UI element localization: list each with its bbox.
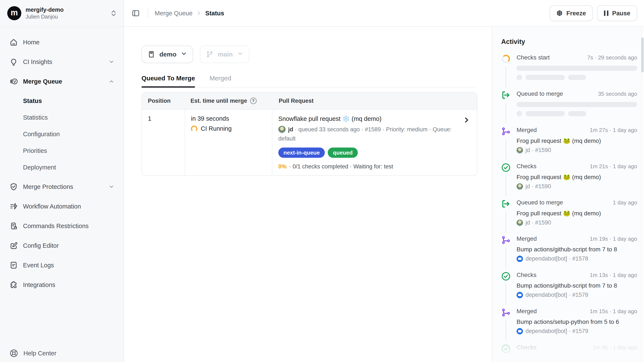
queued-to-merge-icon [501,90,510,100]
check-circle-icon [501,272,510,281]
activity-item-merged: Merged1m 19s · 1 day ago Bump actions/gi… [501,235,637,272]
chevron-down-icon [181,51,187,58]
branch-value: main [218,51,233,58]
sidebar-item-home[interactable]: Home [5,34,118,51]
sidebar-item-configuration[interactable]: Configuration [5,126,118,142]
sidebar-item-priorities[interactable]: Priorities [5,142,118,159]
activity-pr-title[interactable]: Frog pull request 🐸 (mq demo) [516,174,637,181]
sidebar-item-label: Merge Queue [23,78,104,85]
pull-request-meta-text: · queued 33 seconds ago · #1589 · Priori… [278,126,452,142]
activity-item-merged: Merged1m 15s · 1 day ago Bump actions/se… [501,308,637,344]
chevron-down-icon [109,59,114,65]
life-buoy-icon [10,349,18,358]
checks-progress: 0% [278,163,286,170]
git-merge-icon [501,235,510,245]
eta-header-label: Est. time until merge [190,98,247,104]
activity-pr-title[interactable]: Bump actions/setup-python from 5 to 6 [516,355,637,361]
sidebar-item-status[interactable]: Status [5,93,118,109]
tab-queued-to-merge[interactable]: Queued To Merge [142,75,195,87]
pull-request-meta: jd · queued 33 seconds ago · #1589 · Pri… [278,125,458,143]
spinner-icon [501,54,510,64]
sidebar-item-label: Statistics [23,114,48,121]
edit-pencil-icon [10,241,18,250]
sidebar-toggle-button[interactable] [130,8,142,19]
breadcrumb-merge-queue[interactable]: Merge Queue [155,10,192,17]
activity-event-time: 1m 27s · 1 day ago [590,127,637,133]
activity-pr-meta: jd · #1590 [516,219,637,226]
lightbulb-icon [10,58,18,66]
sidebar-item-label: Help Center [24,350,56,357]
breadcrumb-chevron-icon [196,11,202,16]
activity-pr-title[interactable]: Bump actions/github-script from 7 to 8 [516,282,637,289]
row-expand-chevron-icon[interactable] [463,117,470,123]
sidebar-item-integrations[interactable]: Integrations [5,276,118,293]
activity-event-time: 1m 19s · 1 day ago [590,236,637,242]
activity-pr-title[interactable]: Frog pull request 🐸 (mq demo) [516,137,637,144]
sidebar-item-event-logs[interactable]: Event Logs [5,257,118,274]
sidebar-item-ci-insights[interactable]: CI Insights [5,53,118,70]
sidebar-item-label: Merge Protections [23,183,104,190]
sidebar-nav: Home CI Insights Merge Queue [0,27,124,349]
author-avatar [516,147,523,154]
pull-request-title[interactable]: Snowflake pull request ❄️ (mq demo) [278,115,458,122]
app-window: m mergify-demo Julien Danjou Home CI Ins… [0,0,644,362]
sidebar-item-help-center[interactable]: Help Center [0,349,124,362]
sidebar-item-workflow-automation[interactable]: Workflow Automation [5,198,118,215]
activity-event-time: 35 seconds ago [598,91,637,97]
sidebar-item-label: Configuration [23,131,60,138]
sidebar-item-deployment[interactable]: Deployment [5,159,118,176]
merge-queue-submenu: Status Statistics Configuration Prioriti… [5,93,118,176]
activity-meta-text: dependabot[bot] · #1578 [526,292,588,298]
breadcrumb-status: Status [205,10,224,17]
ci-spinner-icon [191,126,197,132]
file-lock-icon [10,222,18,230]
activity-list: Checks start7s · 29 seconds ago Queued t… [501,54,637,362]
activity-event-time: 1m 21s · 1 day ago [590,163,637,170]
merge-queue-icon [10,77,18,86]
row-eta: in 39 seconds [191,115,266,122]
activity-meta-text: jd · #1590 [526,147,551,154]
badge-queued: queued [328,148,358,158]
tab-merged[interactable]: Merged [210,75,231,87]
row-pull-request-cell: Snowflake pull request ❄️ (mq demo) jd ·… [272,110,477,175]
sidebar-item-merge-protections[interactable]: Merge Protections [5,178,118,195]
dependabot-avatar [516,292,523,298]
dependabot-avatar [516,256,523,262]
chevron-up-icon [109,79,114,84]
sidebar-item-config-editor[interactable]: Config Editor [5,237,118,254]
repository-select[interactable]: demo [142,46,193,63]
workspace-switcher-chevrons-icon[interactable] [110,8,118,18]
row-position: 1 [142,110,184,175]
checks-text: · 0/1 checks completed · Waiting for: te… [289,163,393,170]
activity-event-title: Queued to merge [516,199,563,206]
sidebar-item-statistics[interactable]: Statistics [5,109,118,126]
help-circle-icon[interactable]: ? [250,98,256,104]
workspace-switcher[interactable]: m mergify-demo Julien Danjou [0,0,124,27]
sidebar-item-merge-queue[interactable]: Merge Queue [5,73,118,90]
activity-pr-title[interactable]: Bump actions/github-script from 7 to 8 [516,246,637,253]
badges: next-in-queue queued [278,148,458,158]
activity-pr-meta: dependabot[bot] · #1578 [516,255,637,262]
activity-title: Activity [501,38,637,46]
dependabot-avatar [516,328,523,334]
pause-button[interactable]: Pause [597,5,637,21]
chevron-down-icon [109,184,114,190]
sidebar-item-label: Priorities [23,147,47,154]
topbar-divider [148,8,148,18]
freeze-button[interactable]: ❆ Freeze [550,5,593,21]
activity-pr-title[interactable]: Bump actions/setup-python from 5 to 6 [516,318,637,325]
sidebar-item-commands-restrictions[interactable]: Commands Restrictions [5,217,118,234]
activity-event-title: Checks [516,272,536,278]
table-row[interactable]: 1 in 39 seconds CI Running Snowflake pul… [142,110,477,175]
activity-event-title: Checks [516,163,536,170]
sidebar-item-label: Home [23,39,114,46]
activity-pr-meta: dependabot[bot] · #1579 [516,328,637,334]
activity-meta-text: jd · #1590 [526,219,551,226]
activity-pr-title[interactable]: Frog pull request 🐸 (mq demo) [516,210,637,217]
scrollbar-thumb[interactable] [642,38,644,73]
sidebar: m mergify-demo Julien Danjou Home CI Ins… [0,0,124,362]
activity-panel: Activity Checks start7s · 29 seconds ago… [492,27,644,362]
pause-icon [604,11,608,16]
sidebar-item-label: Event Logs [23,262,114,269]
table-header: Position Est. time until merge ? Pull Re… [142,93,477,110]
